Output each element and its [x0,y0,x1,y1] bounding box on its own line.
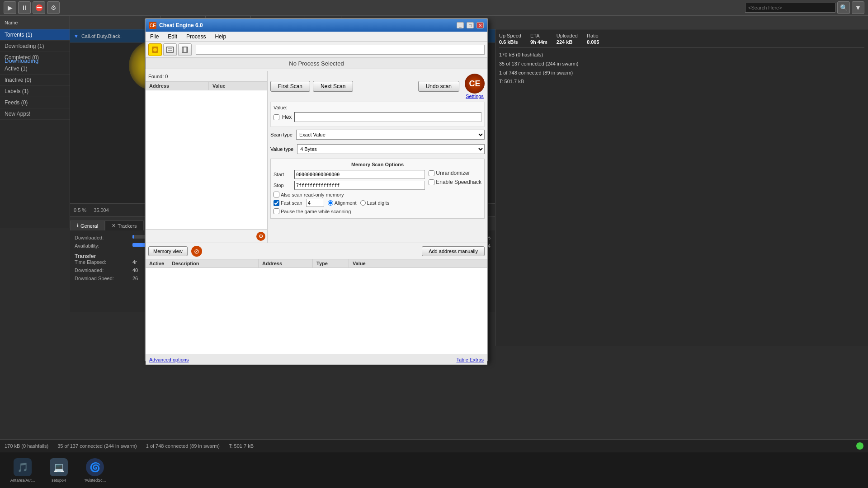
tab-trackers[interactable]: ✕ Trackers [105,221,143,230]
status-line-1: 170 kB (0 hashfails) [499,51,864,60]
downloaded-label: Downloaded: [75,235,129,240]
ce-table-extras-link[interactable]: Table Extras [456,357,484,362]
ce-toolbar [146,42,487,58]
ce-logo: CE [465,74,485,94]
ce-settings-link[interactable]: Settings [466,94,484,99]
ce-add-address-button[interactable]: Add address manually [422,246,485,256]
taskbar-icon-twisted[interactable]: 🌀 TwistedSc... [81,457,108,484]
stat-upspeed-label: Up Speed [499,33,521,38]
ce-close-button[interactable]: ✕ [476,22,484,28]
right-panel: Up Speed 0.6 kB/s ETA 9h 44m Uploaded 22… [495,29,868,346]
sidebar-item-labels[interactable]: Labels (1) [0,86,70,97]
search-button[interactable]: 🔍 [837,1,850,14]
bottom-status-bar: 170 kB (0 hashfails) 35 of 137 connected… [0,439,868,452]
svg-point-1 [153,48,157,52]
ce-maximize-button[interactable]: □ [467,22,474,28]
ce-scan-type-dropdown[interactable]: Exact Value Bigger than Smaller than Val… [296,130,485,140]
toolbar-btn-1[interactable]: ▶ [4,1,16,14]
toolbar-btn-4[interactable]: ⚙ [47,1,60,14]
ce-rescan-icon[interactable]: ⚙ [256,232,265,241]
ce-fast-scan-label: Fast scan [274,200,302,206]
ce-memory-view-button[interactable]: Memory view [148,246,188,256]
ce-advanced-options-link[interactable]: Advanced options [149,357,189,362]
ce-col-value: Value [209,82,267,90]
ce-undo-scan-button[interactable]: Undo scan [418,81,459,92]
ce-menu-help[interactable]: Help [210,33,231,41]
stat-ratio-label: Ratio [587,33,599,38]
ce-value-label: Value: [274,105,481,110]
ce-fast-scan-row: Fast scan Alignment Last digits [274,199,425,207]
torrent-toolbar: ▶ ⏸ ⛔ ⚙ 🔍 ▼ [0,0,868,16]
stat-uploaded-label: Uploaded [557,33,578,38]
sidebar-item-feeds[interactable]: Feeds (0) [0,97,70,108]
antares-label: Antares/Aut... [10,478,35,483]
sidebar-item-torrents[interactable]: Torrents (1) [0,29,70,41]
ce-fast-scan-value[interactable] [306,199,324,207]
sidebar-item-inactive[interactable]: Inactive (0) [0,75,70,86]
stat-eta-val: 9h 44m [530,39,547,45]
ce-memory-view-toolbar-btn[interactable] [163,43,177,56]
ce-cheat-table-body[interactable] [146,268,487,336]
ce-stop-row: Stop [274,181,425,190]
ce-menu-process[interactable]: Process [182,33,210,41]
stat-ratio-val: 0.005 [587,39,599,45]
tab-trackers-label: Trackers [118,223,137,229]
ce-start-input[interactable] [294,170,425,179]
ce-stop-label: Stop [274,183,292,188]
ce-stop-input[interactable] [294,181,425,190]
ce-speedhack-text: Enable Speedhack [436,179,481,185]
ce-no-process-label: No Process Selected [146,58,487,69]
sidebar-item-downloading[interactable]: Downloading (1) [0,41,70,52]
expand-button[interactable]: ▼ [852,1,864,14]
download-arrow-icon: ▼ [74,33,79,39]
ce-value-input[interactable] [294,112,481,122]
ce-titlebar: CE Cheat Engine 6.0 _ □ ✕ [146,19,487,32]
ce-cheat-col-type: Type [313,259,349,267]
taskbar-icon-antares[interactable]: 🎵 Antares/Aut... [9,457,36,484]
ce-address-table: Address Value [146,82,267,229]
status-percent: 0.5 % [74,207,86,213]
ce-unrandomizer-checkbox[interactable] [429,170,434,176]
ce-settings-toolbar-btn[interactable] [178,43,192,56]
ce-alignment-radio[interactable] [328,200,333,206]
search-input[interactable] [745,3,835,13]
ce-pointer-icon[interactable]: ⊘ [191,246,202,257]
bottom-stat-3: 1 of 748 connected (89 in swarm) [146,443,220,449]
ce-cheat-table[interactable]: Active Description Address Type Value [146,259,487,354]
ce-value-type-row: Value type 1 Byte 2 Bytes 4 Bytes 8 Byte… [270,144,485,154]
ce-bottom-action-bar: Memory view ⊘ Add address manually [146,243,487,259]
time-elapsed-label: Time Elapsed: [75,259,129,265]
setup-icon: 💻 [50,458,68,476]
ce-pause-checkbox[interactable] [274,208,279,214]
ce-menubar: File Edit Process Help [146,32,487,42]
ce-lastdigits-radio[interactable] [360,200,366,206]
ce-found-label: Found: 0 [146,71,267,82]
toolbar-btn-2[interactable]: ⏸ [18,1,31,14]
ce-also-scan-checkbox[interactable] [274,192,279,197]
ce-memory-columns: Start Stop Also scan read-only memory [274,170,481,216]
ce-open-process-btn[interactable] [148,43,162,56]
tab-general[interactable]: ℹ General [70,221,105,230]
ce-speedhack-checkbox[interactable] [429,179,434,185]
status-line-3: 1 of 748 connected (89 in swarm) [499,69,864,78]
ce-speedhack-label: Enable Speedhack [429,179,481,185]
toolbar-btn-3[interactable]: ⛔ [33,1,45,14]
taskbar-icon-setup[interactable]: 💻 setup64 [45,457,72,484]
stat-upspeed-val: 0.6 kB/s [499,39,521,45]
sidebar-item-newapps[interactable]: New Apps! [0,108,70,120]
download-speed-label: Download Speed: [75,276,129,281]
ce-next-scan-button[interactable]: Next Scan [313,81,353,92]
download-speed-val: 26 [132,276,138,281]
ce-value-type-dropdown[interactable]: 1 Byte 2 Bytes 4 Bytes 8 Bytes Float Dou… [297,144,485,154]
ce-minimize-button[interactable]: _ [457,22,464,28]
ce-menu-file[interactable]: File [146,33,163,41]
download-progress-fill [132,235,134,239]
ce-hex-checkbox[interactable] [274,114,279,120]
status-line-2: 35 of 137 connected (244 in swarm) [499,60,864,69]
ce-first-scan-button[interactable]: First Scan [270,81,310,92]
ce-pause-text: Pause the game while scanning [281,209,351,214]
ce-menu-edit[interactable]: Edit [163,33,182,41]
ce-fast-scan-checkbox[interactable] [274,200,279,206]
ce-also-scan-text: Also scan read-only memory [281,192,344,197]
ce-alignment-label: Alignment [328,200,357,206]
